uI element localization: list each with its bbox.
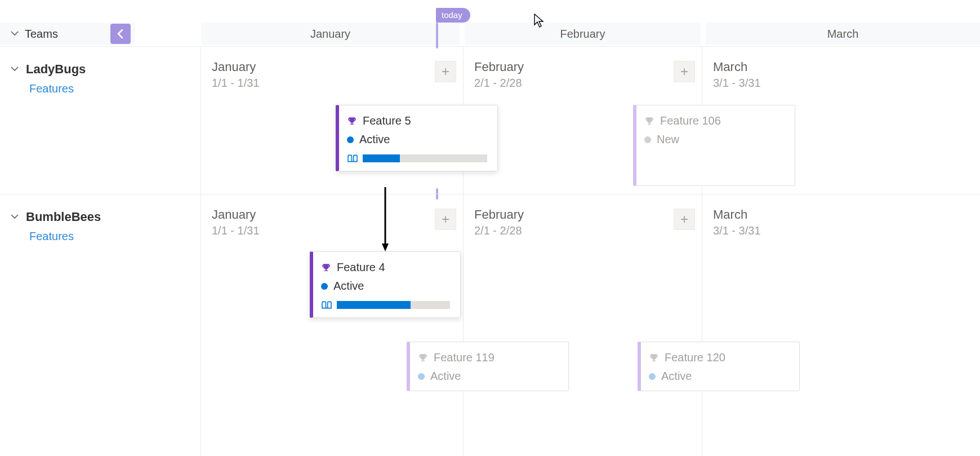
month-header-january[interactable]: January: [201, 23, 460, 45]
status-dot-icon: [644, 136, 651, 143]
card-status: Active: [333, 280, 364, 293]
card-status: New: [657, 133, 679, 146]
trophy-icon: [347, 116, 357, 126]
card-feature-4[interactable]: Feature 4 Active: [310, 251, 461, 318]
add-item-button[interactable]: +: [674, 61, 695, 82]
status-dot-icon: [347, 136, 354, 143]
today-marker[interactable]: today: [436, 8, 470, 23]
team-ladybugs[interactable]: LadyBugs: [10, 62, 201, 77]
card-title: Feature 5: [363, 114, 411, 127]
cursor-icon: [534, 14, 545, 30]
card-title: Feature 120: [665, 351, 725, 364]
status-dot-icon: [321, 283, 328, 290]
card-feature-119[interactable]: Feature 119 Active: [407, 342, 569, 391]
rollup-icon: [321, 300, 332, 309]
rollup-icon: [347, 154, 358, 163]
card-title: Feature 106: [660, 114, 721, 127]
card-feature-5[interactable]: Feature 5 Active: [336, 105, 498, 171]
card-status: Active: [661, 370, 692, 383]
trophy-icon: [418, 353, 428, 363]
trophy-icon: [649, 353, 659, 363]
month-header-march[interactable]: March: [705, 23, 980, 45]
team-features-link[interactable]: Features: [29, 82, 201, 95]
card-feature-120[interactable]: Feature 120 Active: [638, 342, 800, 391]
card-status: Active: [430, 370, 461, 383]
today-label: today: [442, 10, 462, 20]
chevron-down-icon: [10, 210, 19, 224]
add-item-button[interactable]: +: [435, 209, 456, 230]
card-feature-106[interactable]: Feature 106 New: [633, 105, 795, 186]
team-name: LadyBugs: [26, 62, 86, 77]
lane-month-range: 3/1 - 3/31: [713, 77, 969, 90]
status-dot-icon: [649, 373, 656, 380]
progress-bar: [337, 301, 450, 309]
lane-month-name: January: [212, 207, 452, 222]
lane-month-name: February: [474, 60, 691, 74]
plus-icon: +: [680, 211, 688, 227]
card-title: Feature 4: [337, 261, 385, 274]
scroll-left-button[interactable]: [110, 24, 131, 44]
lane-month-range: 1/1 - 1/31: [212, 77, 452, 90]
today-line: [436, 23, 438, 48]
trophy-icon: [321, 263, 331, 273]
dependency-arrow: [382, 187, 393, 257]
team-name: BumbleBees: [26, 210, 101, 224]
plus-icon: +: [442, 211, 449, 227]
team-features-link[interactable]: Features: [29, 230, 201, 243]
lane-month-range: 2/1 - 2/28: [474, 77, 691, 90]
chevron-left-icon: [117, 29, 124, 39]
lane-month-name: January: [212, 60, 452, 74]
card-title: Feature 119: [434, 351, 495, 364]
lane-month-range: 3/1 - 3/31: [713, 224, 969, 237]
team-bumblebees[interactable]: BumbleBees: [10, 210, 201, 224]
lane-month-range: 1/1 - 1/31: [212, 224, 452, 237]
add-item-button[interactable]: +: [435, 61, 456, 82]
plus-icon: +: [680, 64, 688, 79]
progress-bar: [363, 154, 487, 162]
month-header-february[interactable]: February: [464, 23, 701, 45]
status-dot-icon: [418, 373, 425, 380]
trophy-icon: [644, 116, 654, 126]
lane-month-range: 2/1 - 2/28: [474, 224, 691, 237]
card-status: Active: [359, 133, 390, 146]
lane-month-name: March: [713, 60, 969, 74]
plus-icon: +: [442, 64, 449, 79]
lane-month-name: February: [474, 207, 691, 222]
add-item-button[interactable]: +: [674, 209, 695, 230]
lane-month-name: March: [713, 207, 969, 222]
chevron-down-icon: [10, 62, 19, 77]
